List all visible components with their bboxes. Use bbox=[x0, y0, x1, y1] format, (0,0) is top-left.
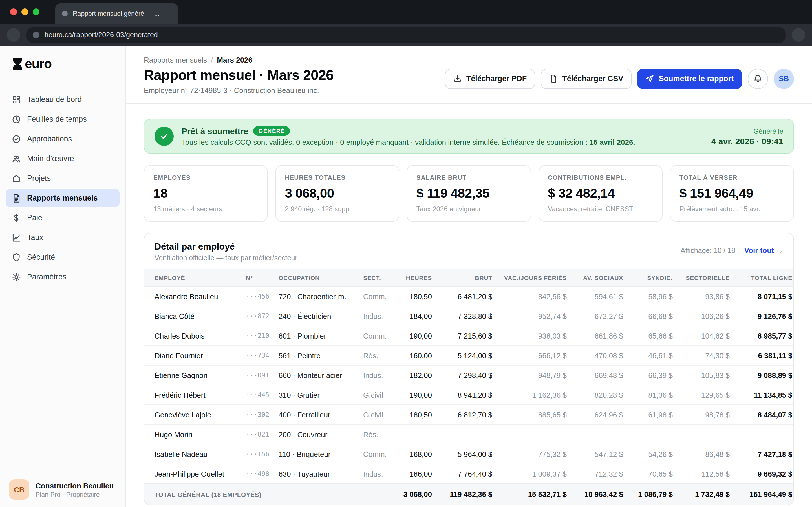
table-cell: Indus. bbox=[357, 365, 393, 385]
table-cell: — bbox=[393, 425, 438, 444]
page-header: Rapports mensuels / Mars 2026 Rapport me… bbox=[126, 46, 812, 104]
logo-text: euro bbox=[25, 56, 52, 71]
sidebar-item-main-d-uvre[interactable]: Main-d’œuvre bbox=[6, 149, 119, 168]
sidebar-item-label: Rapports mensuels bbox=[27, 194, 98, 202]
table-row[interactable]: Étienne Gagnon···091660 · Monteur acierI… bbox=[144, 365, 794, 385]
column-header: N° bbox=[240, 269, 273, 286]
stat-card: CONTRIBUTIONS EMPL.$ 32 482,14Vacances, … bbox=[538, 165, 662, 222]
sidebar-item-approbations[interactable]: Approbations bbox=[6, 129, 119, 148]
table-cell: 1 162,36 $ bbox=[498, 385, 572, 405]
user-avatar[interactable]: SB bbox=[774, 68, 794, 89]
sidebar-item-paie[interactable]: Paie bbox=[6, 209, 119, 227]
table-cell: 660 · Monteur acier bbox=[273, 365, 357, 385]
column-header: OCCUPATION bbox=[273, 269, 357, 286]
grid-icon bbox=[12, 95, 21, 104]
total-value: 1 086,79 $ bbox=[629, 484, 678, 505]
table-cell: ···156 bbox=[240, 444, 273, 464]
url-text: heuro.ca/rapport/2026-03/generated bbox=[45, 31, 158, 39]
table-cell: 547,12 $ bbox=[572, 444, 629, 464]
stat-label: HEURES TOTALES bbox=[285, 174, 390, 181]
address-field[interactable]: heuro.ca/rapport/2026-03/generated bbox=[26, 27, 786, 43]
download-csv-button[interactable]: Télécharger CSV bbox=[541, 68, 631, 89]
total-value: 151 964,49 $ bbox=[735, 484, 794, 505]
table-cell: 9 126,75 $ bbox=[735, 306, 794, 326]
send-icon bbox=[646, 74, 654, 83]
table-cell: 9 088,89 $ bbox=[735, 365, 794, 385]
table-cell: 81,36 $ bbox=[629, 385, 678, 405]
chart-line-icon bbox=[12, 233, 21, 242]
table-cell: 775,32 $ bbox=[498, 444, 572, 464]
table-row[interactable]: Bianca Côté···872240 · ÉlectricienIndus.… bbox=[144, 306, 794, 326]
table-cell: ···302 bbox=[240, 405, 273, 425]
table-cell: 9 669,32 $ bbox=[735, 464, 794, 484]
column-header: SECT. bbox=[357, 269, 393, 286]
total-value: 10 963,42 $ bbox=[572, 484, 629, 505]
table-cell: 98,78 $ bbox=[678, 405, 735, 425]
breadcrumb-root[interactable]: Rapports mensuels bbox=[144, 56, 207, 64]
table-cell: 1 009,37 $ bbox=[498, 464, 572, 484]
table-row[interactable]: Hugo Morin···821200 · CouvreurRés.——————… bbox=[144, 425, 794, 444]
browser-tab[interactable]: Rapport mensuel généré — ... bbox=[55, 3, 178, 24]
column-header: HEURES bbox=[393, 269, 438, 286]
table-cell: 54,26 $ bbox=[629, 444, 678, 464]
sidebar-item-projets[interactable]: Projets bbox=[6, 169, 119, 187]
company-avatar: CB bbox=[9, 480, 29, 500]
browser-menu-button[interactable] bbox=[792, 28, 805, 42]
notifications-button[interactable] bbox=[748, 68, 768, 89]
table-cell: 7 298,40 $ bbox=[438, 365, 498, 385]
table-cell: 240 · Électricien bbox=[273, 306, 357, 326]
sidebar-item-feuilles-de-temps[interactable]: Feuilles de temps bbox=[6, 110, 119, 128]
sidebar-footer[interactable]: CB Construction Beaulieu Plan Pro · Prop… bbox=[0, 471, 125, 507]
table-cell: 470,08 $ bbox=[572, 346, 629, 365]
table-cell: ···091 bbox=[240, 365, 273, 385]
table-cell: ···445 bbox=[240, 385, 273, 405]
download-pdf-button[interactable]: Télécharger PDF bbox=[445, 68, 536, 89]
sidebar-item-tableau-de-bord[interactable]: Tableau de bord bbox=[6, 90, 119, 109]
maximize-window-button[interactable] bbox=[33, 8, 40, 15]
table-cell: Étienne Gagnon bbox=[144, 365, 240, 385]
sidebar-item-taux[interactable]: Taux bbox=[6, 228, 119, 247]
table-cell: 630 · Tuyauteur bbox=[273, 464, 357, 484]
table-cell: 160,00 bbox=[393, 346, 438, 365]
company-name: Construction Beaulieu bbox=[36, 482, 114, 490]
shield-icon bbox=[12, 252, 21, 262]
table-row[interactable]: Jean-Philippe Ouellet···498630 · Tuyaute… bbox=[144, 464, 794, 484]
minimize-window-button[interactable] bbox=[21, 8, 28, 15]
page-subtitle: Employeur n° 72·14985·3 · Construction B… bbox=[144, 86, 334, 95]
table-body: Alexandre Beaulieu···456720 · Charpentie… bbox=[144, 286, 794, 484]
table-cell: Comm. bbox=[357, 326, 393, 346]
sidebar-item-rapports-mensuels[interactable]: Rapports mensuels bbox=[6, 189, 119, 207]
generated-value: 4 avr. 2026 · 09:41 bbox=[711, 136, 783, 146]
download-pdf-label: Télécharger PDF bbox=[466, 74, 527, 83]
table-cell: 61,98 $ bbox=[629, 405, 678, 425]
view-all-link[interactable]: Voir tout → bbox=[744, 246, 783, 255]
table-cell: G.civil bbox=[357, 405, 393, 425]
total-value: 15 532,71 $ bbox=[498, 484, 572, 505]
table-cell: 190,00 bbox=[393, 385, 438, 405]
header-actions: Télécharger PDF Télécharger CSV Soumettr… bbox=[445, 56, 794, 95]
table-cell: 74,30 $ bbox=[678, 346, 735, 365]
close-window-button[interactable] bbox=[10, 8, 17, 15]
table-cell: 65,66 $ bbox=[629, 326, 678, 346]
table-row[interactable]: Isabelle Nadeau···156110 · BriqueteurCom… bbox=[144, 444, 794, 464]
table-row[interactable]: Geneviève Lajoie···302400 · FerrailleurG… bbox=[144, 405, 794, 425]
submit-report-button[interactable]: Soumettre le rapport bbox=[637, 68, 742, 89]
table-cell: ···734 bbox=[240, 346, 273, 365]
table-total-row: TOTAL GÉNÉRAL (18 EMPLOYÉS)3 068,00119 4… bbox=[144, 484, 794, 505]
table-row[interactable]: Alexandre Beaulieu···456720 · Charpentie… bbox=[144, 286, 794, 306]
table-cell: 168,00 bbox=[393, 444, 438, 464]
page-body: Prêt à soumettre GÉNÉRÉ Tous les calculs… bbox=[126, 104, 812, 507]
table-cell: 672,27 $ bbox=[572, 306, 629, 326]
sidebar-item-securite[interactable]: Sécurité bbox=[6, 248, 119, 267]
table-cell: 129,65 $ bbox=[678, 385, 735, 405]
employee-table: EMPLOYÉN°OCCUPATIONSECT.HEURESBRUTVAC./J… bbox=[144, 269, 794, 505]
table-cell: Diane Fournier bbox=[144, 346, 240, 365]
table-cell: 712,32 $ bbox=[572, 464, 629, 484]
back-button[interactable] bbox=[7, 28, 20, 42]
table-row[interactable]: Frédéric Hébert···445310 · GrutierG.civi… bbox=[144, 385, 794, 405]
table-row[interactable]: Diane Fournier···734561 · PeintreRés.160… bbox=[144, 346, 794, 365]
sidebar-item-parametres[interactable]: Paramètres bbox=[6, 268, 119, 286]
table-cell: Comm. bbox=[357, 286, 393, 306]
table-row[interactable]: Charles Dubois···210601 · PlombierComm.1… bbox=[144, 326, 794, 346]
sidebar: euro Tableau de bordFeuilles de tempsApp… bbox=[0, 46, 126, 507]
